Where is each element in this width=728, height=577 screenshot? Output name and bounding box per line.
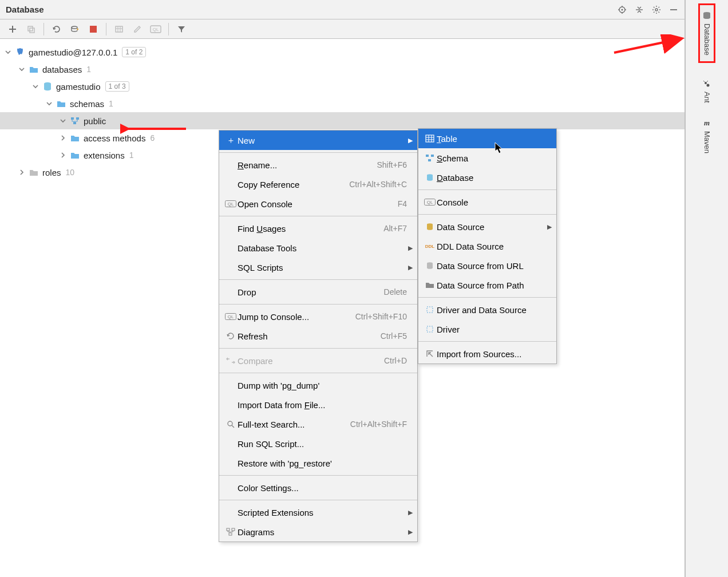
menu-separator (219, 216, 417, 216)
chevron-down-icon[interactable] (17, 65, 26, 74)
submenu-path[interactable]: Data Source from Path (418, 275, 556, 295)
stop-button[interactable] (85, 21, 101, 37)
sidebar-label: Ant (703, 92, 711, 103)
menu-refresh[interactable]: RefreshCtrl+F5 (219, 326, 417, 346)
submenu-ddl[interactable]: DDL DDL Data Source (418, 236, 556, 256)
sidebar-maven-tab[interactable]: m Maven (701, 113, 714, 159)
svg-line-35 (232, 425, 234, 428)
schema-icon (70, 116, 80, 126)
chevron-right-icon[interactable] (17, 168, 26, 177)
tree-datasource[interactable]: gamestudio@127.0.0.1 1 of 2 (0, 44, 685, 61)
console-icon: QL (224, 199, 238, 209)
console-icon: QL (224, 311, 238, 322)
chevron-right-icon: ▶ (408, 244, 413, 252)
tree-badge: 1 of 3 (105, 81, 129, 92)
menu-restore[interactable]: Restore with 'pg_restore' (219, 453, 417, 473)
tree-count: 1 (109, 99, 113, 108)
submenu-driver[interactable]: Driver (418, 319, 556, 339)
folder-icon (29, 167, 39, 177)
svg-rect-24 (73, 122, 76, 124)
chevron-down-icon[interactable] (31, 82, 40, 91)
filter-button[interactable] (173, 21, 189, 37)
datasource-icon (423, 222, 437, 232)
sync-button[interactable] (67, 21, 83, 37)
menu-scripted-extensions[interactable]: Scripted Extensions▶ (219, 503, 417, 522)
menu-separator (219, 348, 417, 349)
menu-jump-console[interactable]: QL Jump to Console...Ctrl+Shift+F10 (219, 307, 417, 326)
tree-schemas[interactable]: schemas 1 (0, 95, 685, 112)
tree-schema-public[interactable]: public (0, 112, 685, 129)
menu-separator (219, 279, 417, 280)
sidebar-database-tab[interactable]: Database (698, 3, 715, 63)
add-button[interactable] (5, 21, 21, 37)
menu-fulltext-search[interactable]: Full-text Search...Ctrl+Alt+Shift+F (219, 414, 417, 434)
menu-find-usages[interactable]: Find UsagesAlt+F7 (219, 219, 417, 238)
menu-separator (219, 304, 417, 305)
new-submenu: Table Schema Database QL Console Data So… (418, 128, 557, 364)
chevron-right-icon[interactable] (58, 133, 68, 143)
submenu-import-sources[interactable]: Import from Sources... (418, 344, 556, 363)
console-icon: QL (423, 197, 437, 207)
menu-dump[interactable]: Dump with 'pg_dump' (219, 376, 417, 395)
svg-text:QL: QL (228, 201, 234, 207)
submenu-table[interactable]: Table (418, 129, 556, 148)
menu-label: Data Source (437, 222, 546, 232)
submenu-driver-ds[interactable]: Driver and Data Source (418, 300, 556, 319)
menu-open-console[interactable]: QL Open ConsoleF4 (219, 194, 417, 214)
toolbar-separator (106, 23, 106, 35)
table-button[interactable] (111, 21, 127, 37)
menu-rename[interactable]: Rename... Shift+F6 (219, 155, 417, 175)
chevron-right-icon[interactable] (58, 151, 68, 160)
panel-titlebar: Database (0, 0, 685, 19)
svg-point-13 (72, 26, 77, 29)
chevron-down-icon[interactable] (58, 116, 68, 125)
submenu-console[interactable]: QL Console (418, 192, 556, 212)
chevron-down-icon[interactable] (3, 48, 13, 57)
svg-line-28 (703, 81, 705, 82)
menu-color-settings[interactable]: Color Settings... (219, 478, 417, 497)
tool-window-strip: Database Ant m Maven (685, 0, 728, 577)
gear-icon[interactable] (650, 3, 663, 16)
submenu-schema[interactable]: Schema (418, 148, 556, 168)
tree-database[interactable]: gamestudio 1 of 3 (0, 78, 685, 95)
menu-database-tools[interactable]: Database Tools▶ (219, 238, 417, 258)
sidebar-ant-tab[interactable]: Ant (701, 74, 714, 109)
edit-button[interactable] (129, 21, 145, 37)
toolbar-separator (168, 23, 169, 35)
menu-new[interactable]: ＋ New ▶ (219, 131, 417, 150)
submenu-database[interactable]: Database (418, 168, 556, 187)
sidebar-label: Database (703, 23, 711, 56)
schema-icon (423, 153, 437, 163)
chevron-right-icon: ▶ (408, 528, 413, 536)
submenu-datasource[interactable]: Data Source▶ (418, 217, 556, 236)
minimize-icon[interactable] (667, 3, 680, 16)
svg-point-7 (655, 9, 658, 11)
submenu-url[interactable]: Data Source from URL (418, 256, 556, 275)
split-icon[interactable] (633, 3, 646, 16)
chevron-down-icon[interactable] (45, 99, 54, 108)
console-button[interactable]: QL (148, 21, 164, 37)
menu-sql-scripts[interactable]: SQL Scripts▶ (219, 258, 417, 277)
menu-diagrams[interactable]: Diagrams▶ (219, 522, 417, 542)
svg-rect-15 (116, 26, 122, 32)
refresh-button[interactable] (49, 21, 65, 37)
menu-import-file[interactable]: Import Data from File... (219, 395, 417, 414)
menu-label: Console (437, 197, 546, 207)
tree-databases[interactable]: databases 1 (0, 61, 685, 78)
svg-rect-11 (28, 26, 33, 31)
menu-copy-reference[interactable]: Copy ReferenceCtrl+Alt+Shift+C (219, 175, 417, 194)
context-menu: ＋ New ▶ Rename... Shift+F6 Copy Referenc… (219, 130, 418, 542)
menu-run-sql[interactable]: Run SQL Script... (219, 434, 417, 453)
folder-icon (70, 133, 80, 143)
mouse-cursor (494, 142, 505, 155)
target-icon[interactable] (616, 3, 628, 16)
menu-drop[interactable]: DropDelete (219, 282, 417, 302)
chevron-right-icon: ▶ (408, 137, 413, 144)
menu-label: Refresh (238, 331, 363, 341)
refresh-icon (224, 331, 238, 341)
menu-label: Color Settings... (238, 483, 407, 493)
tree-label: access methods (84, 133, 145, 143)
menu-label: Data Source from URL (437, 261, 546, 271)
folder-icon (423, 280, 437, 290)
duplicate-button[interactable] (23, 21, 39, 37)
